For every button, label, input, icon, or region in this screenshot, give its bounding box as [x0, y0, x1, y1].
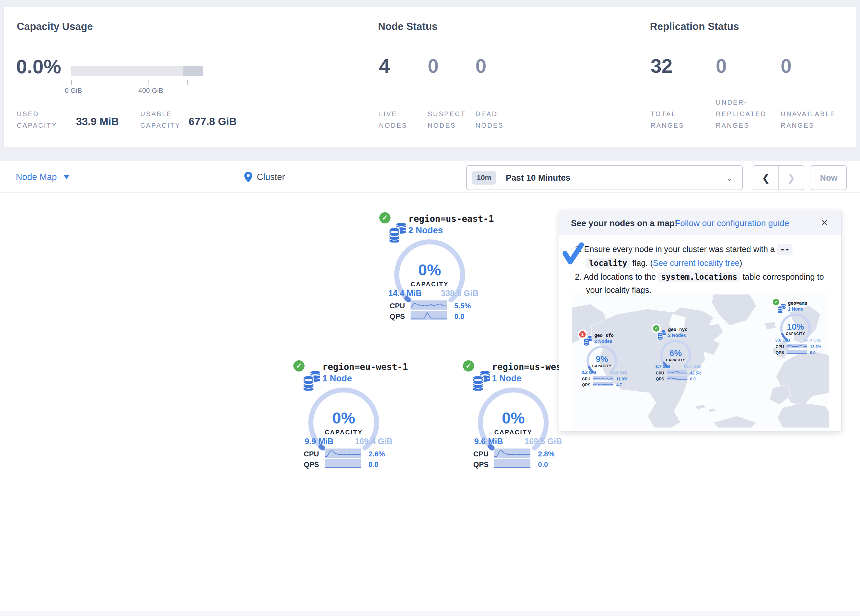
- sparkline: [494, 459, 530, 468]
- qps-value: 0.0: [538, 460, 548, 469]
- cpu-value: 12.3%: [810, 345, 821, 349]
- qps-label: QPS: [774, 350, 784, 355]
- region-total-capacity: 34.4 GiB: [804, 338, 821, 343]
- qps-label: QPS: [299, 460, 319, 469]
- region-total-capacity: 338.9 GiB: [441, 288, 479, 298]
- region-total-capacity: 169.4 GiB: [355, 437, 392, 446]
- sparkline: [325, 448, 361, 458]
- sparkline: [593, 382, 614, 386]
- region-nodes-link[interactable]: 1 Node: [322, 373, 352, 384]
- qps-label: QPS: [384, 312, 405, 321]
- capacity-axis-label-0: 0 GiB: [65, 86, 82, 94]
- region-node-card[interactable]: ✓ region=eu-west-1 1 Node 0% CAPACITY 9.…: [289, 359, 401, 471]
- region-capacity-percent: 0%: [502, 409, 524, 427]
- used-capacity-value: 33.9 MiB: [76, 116, 119, 128]
- view-selector-label: Node Map: [16, 172, 57, 182]
- configuration-guide-link[interactable]: Follow our configuration guide: [675, 218, 789, 228]
- popup-title: See your nodes on a map!: [571, 218, 678, 228]
- breadcrumb-label: Cluster: [257, 172, 285, 182]
- region-nodes-link[interactable]: 2 Nodes: [408, 226, 443, 236]
- chevron-down-icon: [64, 175, 69, 179]
- time-back-button[interactable]: ❮: [753, 166, 779, 190]
- locality-config-popup: See your nodes on a map! Follow our conf…: [559, 210, 841, 432]
- suspect-nodes-label: SUSPECTNODES: [428, 108, 466, 131]
- example-node-map: 1 geo=sfo 2 Nodes 9% CAPACITY 3.2 GiB 35…: [572, 294, 829, 428]
- now-button[interactable]: Now: [811, 165, 847, 190]
- check-mark-icon: [561, 241, 585, 268]
- time-range-dropdown[interactable]: 10m Past 10 Minutes ⌄: [466, 165, 743, 190]
- region-total-capacity: 65.7 GiB: [684, 364, 701, 369]
- region-used-capacity: 14.4 MiB: [388, 288, 421, 298]
- sparkline: [411, 311, 447, 320]
- cpu-value: 2.6%: [369, 450, 385, 458]
- region-used-capacity: 3.7 GiB: [656, 364, 670, 369]
- capacity-label: CAPACITY: [666, 358, 685, 362]
- under-replicated-count: 0: [716, 56, 727, 76]
- region-nodes-link: 1 Node: [788, 306, 804, 312]
- toolbar-divider: [451, 164, 451, 190]
- region-name: geo=nyc: [668, 327, 687, 332]
- dead-nodes-count: 0: [476, 56, 486, 76]
- popup-step1-line2: locality flag. (See current locality tre…: [586, 258, 742, 268]
- capacity-label: CAPACITY: [494, 429, 532, 436]
- view-selector-dropdown[interactable]: Node Map: [16, 161, 69, 193]
- usable-capacity-label: USABLECAPACITY: [140, 108, 181, 131]
- sparkline: [667, 370, 687, 375]
- region-capacity-percent: 0%: [418, 261, 441, 279]
- capacity-label: CAPACITY: [325, 429, 363, 436]
- region-capacity-percent: 6%: [669, 348, 682, 358]
- time-range-badge: 10m: [472, 171, 496, 185]
- locality-tree-link[interactable]: See current locality tree: [653, 258, 739, 268]
- node-status-title: Node Status: [378, 21, 438, 33]
- qps-label: QPS: [468, 460, 489, 469]
- check-icon: ✓: [653, 325, 659, 332]
- region-name: region=us-east-1: [408, 213, 494, 224]
- warning-icon: 1: [579, 331, 586, 338]
- suspect-nodes-count: 0: [428, 56, 439, 76]
- sparkline: [786, 344, 807, 348]
- time-step-arrows: ❮ ❯: [753, 165, 804, 190]
- region-total-capacity: 169.5 GiB: [524, 437, 562, 446]
- time-forward-button[interactable]: ❯: [779, 166, 804, 190]
- cpu-label: CPU: [580, 377, 590, 381]
- qps-label: QPS: [654, 377, 664, 381]
- capacity-usage-percent: 0.0%: [16, 57, 61, 77]
- cpu-label: CPU: [468, 450, 489, 458]
- region-used-capacity: 9.6 MiB: [474, 437, 503, 446]
- live-nodes-count: 4: [379, 56, 390, 76]
- cpu-label: CPU: [299, 450, 319, 458]
- capacity-label: CAPACITY: [411, 281, 449, 288]
- capacity-axis-label-400: 400 GiB: [138, 86, 163, 94]
- cpu-label: CPU: [384, 302, 405, 310]
- popup-step2-line2: your locality flags.: [586, 285, 651, 295]
- sparkline: [494, 448, 530, 458]
- cpu-value: 2.8%: [538, 450, 554, 458]
- popup-step2-line1: 2. Add locations to the system.locations…: [575, 272, 824, 282]
- cpu-value: 5.5%: [454, 302, 471, 310]
- sparkline: [593, 376, 614, 380]
- close-icon[interactable]: ✕: [821, 218, 828, 228]
- region-node-card[interactable]: ✓ region=us-east-1 2 Nodes 0% CAPACITY 1…: [375, 211, 487, 323]
- region-used-capacity: 3.2 GiB: [582, 370, 596, 375]
- region-nodes-link[interactable]: 1 Node: [492, 373, 521, 384]
- qps-value: 0.0: [690, 377, 696, 381]
- time-range-label: Past 10 Minutes: [506, 173, 571, 183]
- qps-value: 0.0: [810, 350, 816, 355]
- popup-header: See your nodes on a map! Follow our conf…: [559, 210, 841, 235]
- qps-value: 4.7: [616, 383, 622, 387]
- inline-code: --: [777, 244, 793, 255]
- inline-code: system.locations: [658, 272, 740, 282]
- usable-capacity-value: 677.8 GiB: [189, 116, 237, 128]
- region-name: geo=ams: [788, 301, 807, 306]
- under-replicated-label: UNDER-REPLICATEDRANGES: [716, 97, 766, 131]
- breadcrumb[interactable]: Cluster: [244, 161, 285, 193]
- map-toolbar: Node Map Cluster 10m Past 10 Minutes ⌄ ❮…: [0, 161, 860, 193]
- live-nodes-label: LIVENODES: [379, 108, 407, 131]
- cockroachdb-cluster-overview: Capacity Usage 0.0% 0 GiB 400 GiB USEDCA…: [0, 0, 860, 616]
- total-ranges-count: 32: [651, 56, 673, 76]
- region-node-card[interactable]: ✓ region=us-west-1 1 Node 0% CAPACITY 9.…: [459, 359, 571, 471]
- qps-value: 0.0: [369, 460, 379, 469]
- used-capacity-label: USEDCAPACITY: [17, 108, 57, 131]
- capacity-label: CAPACITY: [786, 332, 805, 335]
- capacity-usage-bar: [71, 66, 203, 76]
